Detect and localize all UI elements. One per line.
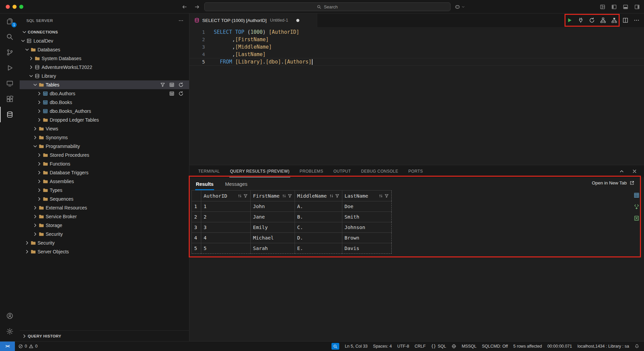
refresh-icon[interactable] (178, 82, 184, 87)
status-language-status[interactable] (449, 342, 459, 351)
split-editor-button[interactable] (622, 17, 628, 23)
grid-cell[interactable]: Davis (342, 243, 391, 254)
grid-cell[interactable]: Sarah (251, 243, 295, 254)
grid-cell[interactable]: Brown (342, 233, 391, 243)
filter-icon[interactable] (160, 82, 165, 87)
grid-cell[interactable]: E. (295, 243, 342, 254)
actual-plan-button[interactable] (611, 17, 617, 23)
maximize-grid-icon[interactable] (634, 192, 640, 198)
status-eol[interactable]: CRLF (412, 342, 429, 351)
grid-column-header-authorid[interactable]: AuthorID (201, 191, 251, 201)
panel-tab-terminal[interactable]: TERMINAL (198, 165, 221, 177)
grid-cell[interactable]: 1 (201, 201, 251, 212)
grid-cell[interactable]: D. (295, 233, 342, 243)
refresh-icon[interactable] (178, 91, 184, 96)
grid-cell[interactable]: A. (295, 201, 342, 212)
copilot-menu[interactable] (455, 0, 465, 14)
grid-cell[interactable]: Johnson (342, 222, 391, 233)
code-line-5[interactable]: 5 FROM [Library].[dbo].[Authors] (189, 58, 644, 66)
tree-item-security[interactable]: Security (20, 239, 189, 247)
tree-item-library[interactable]: Library (20, 72, 189, 80)
estimated-plan-button[interactable] (600, 17, 606, 23)
activity-item-remote-explorer[interactable] (0, 76, 20, 91)
tree-item-synonyms[interactable]: Synonyms (20, 133, 189, 142)
tree-item-databases[interactable]: Databases (20, 45, 189, 54)
tree-item-dbo-books-authors[interactable]: dbo.Books_Authors (20, 107, 189, 116)
results-tab-messages[interactable]: Messages (224, 179, 248, 190)
activity-item-accounts[interactable] (0, 308, 20, 324)
status-indentation[interactable]: Spaces: 4 (370, 342, 395, 351)
grid-cell[interactable]: Michael (251, 233, 295, 243)
tree-item-types[interactable]: Types (20, 186, 189, 195)
window-minimize-button[interactable] (13, 5, 17, 9)
grid-cell[interactable]: 2 (201, 212, 251, 222)
grid-cell[interactable]: 5 (201, 243, 251, 254)
grid-row-number[interactable]: 2 (192, 212, 201, 222)
tree-item-service-broker[interactable]: Service Broker (20, 212, 189, 221)
panel-tab-debug-console[interactable]: DEBUG CONSOLE (360, 165, 399, 177)
query-history-section-header[interactable]: QUERY HISTORY (20, 330, 189, 341)
go-forward-button[interactable] (194, 4, 200, 10)
activity-item-run-and-debug[interactable] (0, 60, 20, 76)
status-notifications[interactable] (632, 342, 642, 351)
toggle-primary-sidebar-icon-button[interactable] (611, 4, 617, 10)
tree-item-programmability[interactable]: Programmability (20, 142, 189, 151)
grid-row-number[interactable]: 3 (192, 222, 201, 233)
code-line-4[interactable]: 4 ,[LastName] (189, 51, 644, 58)
code-line-2[interactable]: 2 ,[FirstName] (189, 36, 644, 43)
remote-indicator[interactable]: >< (0, 342, 15, 351)
grid-cell[interactable]: John (251, 201, 295, 212)
grid-cell[interactable]: Jane (251, 212, 295, 222)
tree-item-server-objects[interactable]: Server Objects (20, 247, 189, 256)
activity-item-extensions[interactable] (0, 91, 20, 107)
sidebar-more-actions-button[interactable] (178, 18, 184, 23)
activity-item-source-control[interactable] (0, 45, 20, 60)
panel-tab-query-results-preview[interactable]: QUERY RESULTS (PREVIEW) (229, 165, 290, 177)
grid-column-header-firstname[interactable]: FirstName (251, 191, 295, 201)
close-panel-button[interactable] (632, 169, 637, 174)
tree-item-assemblies[interactable]: Assemblies (20, 177, 189, 186)
modified-indicator[interactable] (296, 19, 299, 22)
editor-tab[interactable]: SELECT TOP (1000) [AuthorID] Untitled-1 (189, 14, 317, 27)
tree-item-views[interactable]: Views (20, 124, 189, 133)
problems-status[interactable]: 0 0 (15, 342, 41, 351)
code-editor[interactable]: 1SELECT TOP (1000) [AuthorID]2 ,[FirstNa… (189, 27, 644, 165)
toggle-panel-icon-button[interactable] (623, 4, 628, 10)
connections-section-header[interactable]: CONNECTIONS (20, 28, 189, 36)
status-encoding[interactable]: UTF-8 (394, 342, 412, 351)
grid-cell[interactable]: B. (295, 212, 342, 222)
go-back-button[interactable] (182, 4, 187, 10)
panel-tab-output[interactable]: OUTPUT (333, 165, 352, 177)
grid-cell[interactable]: Smith (342, 212, 391, 222)
grid-cell[interactable]: 4 (201, 233, 251, 243)
grid-cell[interactable]: Doe (342, 201, 391, 212)
tree-item-functions[interactable]: Functions (20, 159, 189, 168)
run-query-button[interactable] (567, 17, 573, 23)
grid-column-header-lastname[interactable]: LastName (342, 191, 391, 201)
panel-tab-problems[interactable]: PROBLEMS (299, 165, 324, 177)
tree-item-sequences[interactable]: Sequences (20, 195, 189, 203)
save-as-json-icon[interactable] (634, 204, 640, 210)
grid-cell[interactable]: C. (295, 222, 342, 233)
status-zoom-indicator[interactable] (329, 342, 342, 351)
activity-item-settings[interactable] (0, 324, 20, 339)
more-actions-button[interactable] (634, 17, 640, 23)
tree-item-adventureworkslt2022[interactable]: AdventureWorksLT2022 (20, 63, 189, 72)
tree-item-dropped-ledger-tables[interactable]: Dropped Ledger Tables (20, 116, 189, 124)
change-connection-button[interactable] (589, 17, 595, 23)
save-as-excel-icon[interactable] (634, 215, 640, 221)
tree-item-localdev[interactable]: LocalDev (20, 36, 189, 45)
grid-row-number[interactable]: 5 (192, 243, 201, 254)
table-icon[interactable] (169, 91, 175, 96)
grid-column-header-middlename[interactable]: MiddleName (295, 191, 342, 201)
grid-row-number[interactable]: 1 (192, 201, 201, 212)
toggle-secondary-sidebar-icon-button[interactable] (634, 4, 640, 10)
maximize-panel-button[interactable] (619, 169, 624, 174)
table-icon[interactable] (169, 82, 175, 87)
results-tab-results[interactable]: Results (195, 179, 214, 190)
activity-item-sql-server[interactable] (0, 107, 20, 122)
status-rows-affected[interactable]: 5 rows affected (511, 342, 545, 351)
status-connection-status[interactable]: localhost,1434 : Library : sa (575, 342, 632, 351)
window-close-button[interactable] (6, 5, 10, 9)
status-mssql-provider[interactable]: MSSQL (459, 342, 479, 351)
